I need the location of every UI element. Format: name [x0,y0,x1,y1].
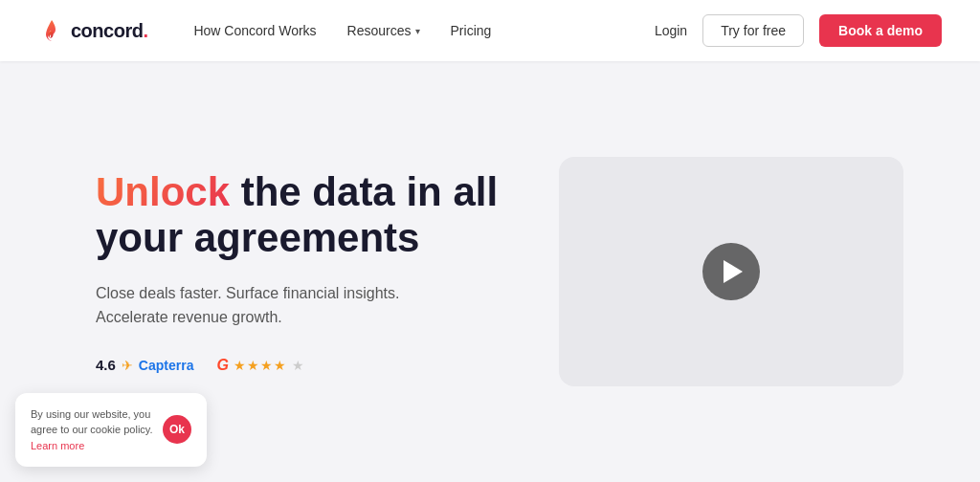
try-free-button[interactable]: Try for free [702,14,804,47]
navbar: concord. How Concord Works Resources ▾ P… [0,0,980,61]
ratings-row: 4.6 ✈ Capterra G ★★★★ ★ [96,357,501,374]
logo[interactable]: concord. [38,17,147,44]
chevron-down-icon: ▾ [415,26,420,36]
g2-rating: G ★★★★ ★ [216,357,304,374]
g2-stars: ★★★★ [234,358,287,373]
cookie-banner: By using our website, you agree to our c… [15,393,207,468]
hero-title: Unlock the data in all your agreements [96,169,501,262]
login-button[interactable]: Login [655,23,687,38]
video-section [559,157,903,386]
hero-title-highlight: Unlock [96,169,230,214]
capterra-label: Capterra [139,358,194,373]
cookie-text: By using our website, you agree to our c… [31,406,153,454]
cookie-learn-more-link[interactable]: Learn more [31,440,84,451]
play-button[interactable] [702,243,760,300]
nav-how-it-works[interactable]: How Concord Works [193,23,316,38]
cookie-ok-button[interactable]: Ok [163,415,191,444]
g2-half-star: ★ [292,358,305,373]
logo-wordmark: concord. [71,20,147,42]
capterra-score: 4.6 [96,357,116,373]
capterra-rating: 4.6 ✈ Capterra [96,357,193,373]
video-player[interactable] [559,157,903,386]
capterra-arrow-icon: ✈ [122,358,133,373]
book-demo-button[interactable]: Book a demo [819,14,942,47]
hero-content: Unlock the data in all your agreements C… [96,169,501,374]
logo-icon [38,17,65,44]
nav-resources[interactable]: Resources ▾ [347,23,420,38]
nav-pricing[interactable]: Pricing [451,23,492,38]
g2-logo: G [216,357,228,374]
play-icon [724,260,743,283]
hero-subtitle: Close deals faster. Surface financial in… [96,281,501,330]
nav-actions: Login Try for free Book a demo [655,14,942,47]
nav-links: How Concord Works Resources ▾ Pricing [193,23,654,38]
